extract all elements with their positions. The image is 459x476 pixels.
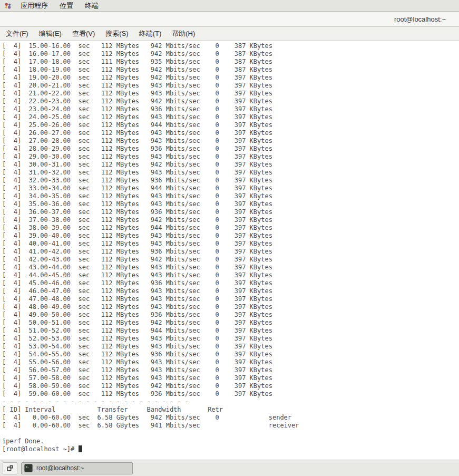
shell-prompt-line: [root@localhost ~]# [2,445,459,453]
taskbar: root@localhost:~ [0,460,459,476]
panel-menu-terminal[interactable]: 终端 [79,0,104,12]
panel-menu-places[interactable]: 位置 [54,0,79,12]
desktop: 应用程序 位置 终端 root@localhost:~ 文件(F) 编辑(E) … [0,0,459,476]
applications-menu[interactable] [0,2,15,9]
menu-file[interactable]: 文件(F) [1,27,34,41]
menu-help[interactable]: 帮助(H) [167,27,200,41]
terminal-output: [ 4] 15.00-16.00 sec 112 MBytes 942 Mbit… [2,42,459,445]
panel-menu-applications[interactable]: 应用程序 [15,0,54,12]
menu-view[interactable]: 查看(V) [67,27,100,41]
applications-icon [4,2,12,9]
terminal-viewport[interactable]: [ 4] 15.00-16.00 sec 112 MBytes 942 Mbit… [0,41,459,460]
show-desktop-button[interactable] [3,462,17,474]
top-panel: 应用程序 位置 终端 [0,0,459,12]
taskbar-window-button[interactable]: root@localhost:~ [21,462,133,474]
menu-edit[interactable]: 编辑(E) [34,27,67,41]
menu-terminal[interactable]: 终端(T) [134,27,167,41]
window-title: root@localhost:~ [394,15,446,23]
taskbar-window-label: root@localhost:~ [36,464,84,472]
show-desktop-icon [6,464,14,472]
terminal-cursor [79,445,82,452]
shell-prompt: [root@localhost ~]# [2,445,79,453]
menu-search[interactable]: 搜索(S) [100,27,133,41]
window-title-bar[interactable]: root@localhost:~ [0,12,459,27]
terminal-window-icon [24,464,33,472]
terminal-menu-bar: 文件(F) 编辑(E) 查看(V) 搜索(S) 终端(T) 帮助(H) [0,27,459,41]
